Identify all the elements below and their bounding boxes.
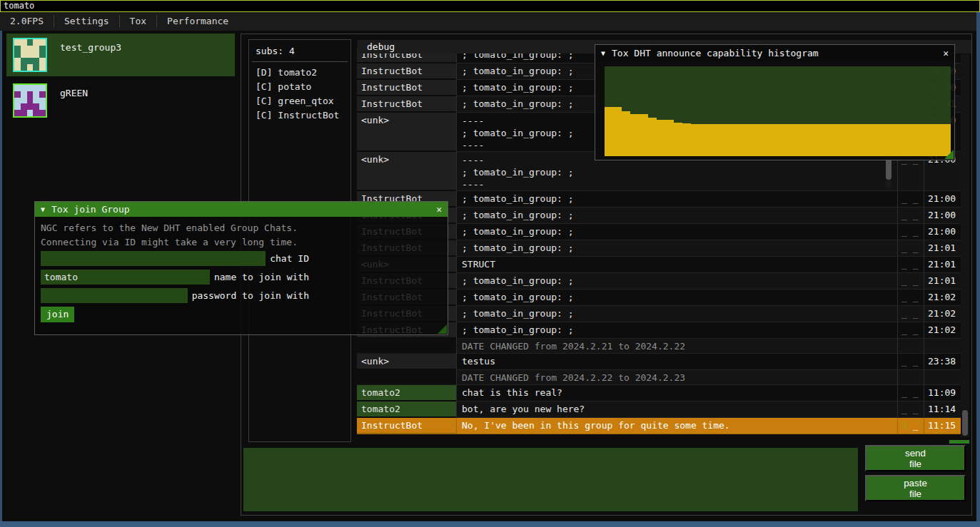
members-count: subs: 4 <box>249 40 350 56</box>
dht-histogram-plot <box>605 66 951 156</box>
message-text: DATE CHANGED from 2024.2.22 to 2024.2.23 <box>456 370 897 385</box>
group-name: gREEN <box>60 88 88 98</box>
message-author: InstructBot <box>357 63 456 80</box>
histogram-bar <box>795 124 804 156</box>
message-flags: _ _ <box>897 240 924 257</box>
histogram-bar <box>873 124 882 156</box>
histogram-bar <box>821 124 829 156</box>
histogram-bar <box>657 120 665 156</box>
histogram-bar <box>743 124 752 156</box>
members-separator <box>252 61 348 62</box>
histogram-bar <box>726 124 734 156</box>
message-flags: _ _ <box>897 306 924 322</box>
os-titlebar[interactable]: tomato <box>0 0 980 12</box>
join-name-input[interactable] <box>41 270 210 285</box>
group-item-gREEN[interactable]: gREEN <box>6 79 235 122</box>
menu-item-performance[interactable]: Performance <box>157 12 238 31</box>
collapse-icon[interactable]: ▼ <box>601 49 605 57</box>
message-flags: _ _ <box>897 385 924 401</box>
message-text: ; tomato_in_group: ; <box>456 240 897 257</box>
histogram-bar <box>838 124 847 156</box>
histogram-bar <box>899 124 907 156</box>
message-time: 21:01 <box>924 257 961 273</box>
send-file-label-line1: send <box>905 448 926 459</box>
message-time <box>924 370 961 385</box>
member-item[interactable]: [C] green_qtox <box>249 94 350 108</box>
message-time: 11:15 <box>924 418 961 434</box>
message-author: <unk> <box>357 152 456 191</box>
menu-item-2.0fps[interactable]: 2.0FPS <box>0 12 54 31</box>
histogram-bar <box>882 124 890 156</box>
message-time <box>924 339 961 354</box>
message-time: 21:02 <box>924 322 961 339</box>
chat-id-label: chat ID <box>270 251 309 266</box>
join-name-row: name to join with <box>41 270 309 285</box>
join-group-titlebar[interactable]: ▼ Tox join Group ✕ <box>35 202 448 217</box>
message-row: <unk>testus_ _23:38 <box>357 354 961 370</box>
histogram-bar <box>709 124 717 156</box>
histogram-bar <box>630 114 639 156</box>
histogram-bar <box>605 107 613 156</box>
join-description-line2: Connecting via ID might take a very long… <box>41 235 448 250</box>
message-flags: _ _ <box>897 224 924 240</box>
member-item[interactable]: [C] potato <box>249 80 350 94</box>
chat-scrollbar[interactable] <box>961 54 969 437</box>
message-row: tomato2chat is this real?_ _11:09 <box>357 385 961 401</box>
chat-scrollbar-thumb[interactable] <box>962 410 968 436</box>
join-name-label: name to join with <box>214 270 309 285</box>
message-flags: _ _ <box>897 290 924 306</box>
join-description-line1: NGC refers to the New DHT enabled Group … <box>41 217 448 235</box>
resize-grip-icon[interactable] <box>944 150 954 159</box>
message-text: ; tomato_in_group: ; <box>456 322 897 339</box>
menu-item-settings[interactable]: Settings <box>54 12 119 31</box>
cell-scrollbar-thumb[interactable] <box>886 158 891 180</box>
join-password-label: password to join with <box>192 288 309 303</box>
send-file-button[interactable]: send file <box>865 445 966 471</box>
histogram-bar <box>734 124 743 156</box>
chat-id-input[interactable] <box>41 251 266 266</box>
histogram-bar <box>916 124 925 156</box>
histogram-bar <box>665 120 674 156</box>
message-flags: _ _ <box>897 322 924 339</box>
message-author <box>357 370 456 385</box>
paste-file-label-line1: paste <box>904 478 927 488</box>
paste-file-button[interactable]: paste file <box>865 475 966 501</box>
histogram-bar <box>648 118 657 156</box>
close-icon[interactable]: ✕ <box>436 204 442 215</box>
histogram-bar <box>847 124 856 156</box>
message-text: DATE CHANGED from 2024.2.21 to 2024.2.22 <box>456 339 897 354</box>
join-group-dialog: ▼ Tox join Group ✕ NGC refers to the New… <box>34 201 448 335</box>
menu-item-tox[interactable]: Tox <box>120 12 156 31</box>
histogram-bar <box>907 124 916 156</box>
resize-grip-icon[interactable] <box>438 324 447 334</box>
histogram-bar <box>864 124 873 156</box>
close-icon[interactable]: ✕ <box>943 48 949 58</box>
join-password-row: password to join with <box>41 288 309 303</box>
message-flags: _ _ <box>897 257 924 273</box>
group-item-test_group3[interactable]: test_group3 <box>6 34 235 76</box>
message-text: ; tomato_in_group: ; <box>456 191 897 208</box>
window-title: tomato <box>4 1 34 11</box>
member-item[interactable]: [C] InstructBot <box>249 108 350 123</box>
message-input[interactable] <box>243 448 858 511</box>
join-password-input[interactable] <box>41 288 188 303</box>
message-time: 21:00 <box>924 224 961 240</box>
app-window: tomato 2.0FPSSettingsToxPerformance test… <box>0 0 980 527</box>
collapse-icon[interactable]: ▼ <box>41 205 45 213</box>
message-author: InstructBot <box>357 96 456 113</box>
window-frame-left <box>0 31 2 527</box>
message-time: 21:00 <box>924 191 961 208</box>
message-text: ; tomato_in_group: ; <box>456 290 897 306</box>
menubar: 2.0FPSSettingsToxPerformance <box>0 12 980 31</box>
message-text: STRUCT <box>456 257 897 273</box>
date-changed-row: DATE CHANGED from 2024.2.21 to 2024.2.22 <box>357 339 961 354</box>
join-button[interactable]: join <box>41 307 74 322</box>
avatar-identicon-icon <box>14 39 46 71</box>
message-time: 21:02 <box>924 306 961 322</box>
chat-resize-grip[interactable] <box>949 440 969 444</box>
message-time: 21:02 <box>924 290 961 306</box>
member-item[interactable]: [D] tomato2 <box>249 66 350 80</box>
message-text: ; tomato_in_group: ; <box>456 273 897 290</box>
histogram-bar <box>717 124 726 156</box>
dht-histogram-titlebar[interactable]: ▼ Tox DHT announce capability histogram … <box>595 45 954 61</box>
